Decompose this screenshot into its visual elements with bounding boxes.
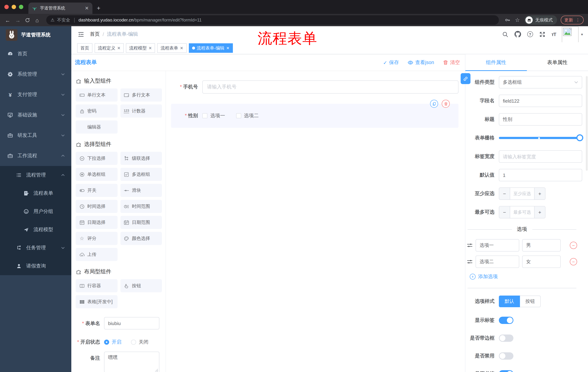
add-option-button[interactable]: + 添加选项 xyxy=(470,273,582,280)
canvas-field-gender-selected[interactable]: 性别 选项一 选项二 xyxy=(171,104,459,128)
gender-option-1[interactable]: 选项一 xyxy=(202,112,225,119)
back-icon[interactable]: ← xyxy=(4,17,11,23)
checkbox-unchecked-icon[interactable] xyxy=(202,113,207,118)
component-editor[interactable]: 编辑器 xyxy=(76,120,117,134)
style-button-button[interactable]: 按钮 xyxy=(520,296,541,307)
remove-option-button[interactable]: − xyxy=(570,242,577,249)
title-input[interactable] xyxy=(499,113,582,126)
min-select-input[interactable] xyxy=(510,188,534,200)
radio-closed[interactable]: 关闭 xyxy=(131,339,148,345)
stepper-increase-button[interactable]: + xyxy=(534,206,545,218)
browser-update-button[interactable]: 更新 ⋮ xyxy=(561,16,584,24)
tag-close-icon[interactable]: ✕ xyxy=(148,46,152,50)
component-button[interactable]: 按钮 xyxy=(120,279,162,292)
component-rate[interactable]: ☆评分 xyxy=(76,232,117,245)
gender-option-2[interactable]: 选项二 xyxy=(236,112,259,119)
sidebar-item-infra[interactable]: 基础设施 xyxy=(0,105,71,125)
component-upload[interactable]: 上传 xyxy=(76,248,117,261)
max-select-input[interactable] xyxy=(510,206,534,218)
component-radio-group[interactable]: 单选框组 xyxy=(76,168,117,181)
component-slider[interactable]: 滑块 xyxy=(120,184,162,197)
component-time-range[interactable]: 时间范围 xyxy=(120,200,162,213)
show-label-switch-on[interactable] xyxy=(499,317,514,324)
sidebar-item-task-mgmt[interactable]: 任务管理 xyxy=(0,239,71,257)
phone-input[interactable]: 请输入手机号 xyxy=(202,80,459,94)
stepper-increase-button[interactable]: + xyxy=(534,188,545,200)
search-icon[interactable] xyxy=(502,31,508,37)
breadcrumb-home[interactable]: 首页 xyxy=(90,31,100,37)
copy-field-button[interactable] xyxy=(430,100,438,108)
sidebar-item-workflow[interactable]: 工作流程 xyxy=(0,146,71,166)
delete-field-button[interactable] xyxy=(442,100,450,108)
save-button[interactable]: ✓ 保存 xyxy=(383,59,399,66)
panel-scrollbar[interactable] xyxy=(586,76,588,171)
component-time-picker[interactable]: 时间选择 xyxy=(76,200,117,213)
sidebar-item-home[interactable]: 首页 xyxy=(0,44,71,64)
option-value-input[interactable] xyxy=(522,239,561,252)
font-size-icon[interactable]: ᴛT xyxy=(551,32,556,37)
tab-component-props[interactable]: 组件属性 xyxy=(465,54,527,71)
sidebar-item-process-form[interactable]: 流程表单 xyxy=(0,184,71,202)
border-switch-off[interactable] xyxy=(499,335,514,342)
help-icon[interactable]: ? xyxy=(527,31,533,37)
stepper-decrease-button[interactable]: − xyxy=(499,206,510,218)
fullscreen-icon[interactable] xyxy=(539,31,545,37)
component-checkbox-group[interactable]: 多选框组 xyxy=(120,168,162,181)
radio-open[interactable]: 开启 xyxy=(104,339,122,345)
checkbox-unchecked-icon[interactable] xyxy=(236,113,241,118)
form-grid-slider[interactable] xyxy=(499,132,582,144)
option-label-input[interactable] xyxy=(476,255,519,268)
component-cascader[interactable]: 级联选择 xyxy=(120,152,162,165)
password-key-icon[interactable] xyxy=(505,17,511,23)
disabled-switch-off[interactable] xyxy=(499,352,514,360)
option-value-input[interactable] xyxy=(522,255,561,268)
tag-process-definition[interactable]: 流程定义✕ xyxy=(94,43,124,53)
tag-close-icon[interactable]: ✕ xyxy=(117,46,120,50)
component-switch[interactable]: 开关 xyxy=(76,184,117,197)
browser-menu-icon[interactable]: ⋮ xyxy=(576,18,580,22)
view-json-button[interactable]: 查看json xyxy=(408,59,434,66)
address-bar[interactable]: ⚠ 不安全 dashboard.yudao.iocoder.cn/bpm/man… xyxy=(46,15,499,25)
tab-form-props[interactable]: 表单属性 xyxy=(527,54,588,71)
canvas-field-phone[interactable]: 手机号 请输入手机号 xyxy=(171,80,459,94)
remove-option-button[interactable]: − xyxy=(570,258,577,265)
component-select[interactable]: 下拉选择 xyxy=(76,152,117,165)
sidebar-item-devtools[interactable]: 研发工具 xyxy=(0,125,71,146)
minimize-window-button[interactable] xyxy=(12,5,16,9)
reload-icon[interactable] xyxy=(25,17,30,23)
tag-home[interactable]: 首页 xyxy=(77,43,92,53)
component-date-range[interactable]: 日期范围 xyxy=(120,216,162,229)
option-label-input[interactable] xyxy=(476,239,519,252)
component-password[interactable]: 密码 xyxy=(76,105,117,117)
sidebar-item-process-model[interactable]: 流程模型 xyxy=(0,221,71,239)
forward-icon[interactable]: → xyxy=(15,17,21,23)
component-color-picker[interactable]: 颜色选择 xyxy=(120,232,162,245)
stepper-decrease-button[interactable]: − xyxy=(499,188,510,200)
style-default-button[interactable]: 默认 xyxy=(499,296,520,307)
close-window-button[interactable] xyxy=(4,5,9,9)
required-switch-on[interactable] xyxy=(499,370,514,372)
drag-handle-icon[interactable] xyxy=(467,259,473,265)
slider-handle[interactable] xyxy=(576,134,583,141)
avatar[interactable] xyxy=(562,27,578,43)
clear-button[interactable]: 清空 xyxy=(443,59,460,66)
maximize-window-button[interactable] xyxy=(19,5,23,9)
sidebar-item-leave-query[interactable]: 请假查询 xyxy=(0,257,71,275)
field-link-tab[interactable] xyxy=(461,73,471,84)
drag-handle-icon[interactable] xyxy=(467,242,473,248)
tab-close-icon[interactable]: ✕ xyxy=(85,5,89,11)
sidebar-fold-icon[interactable] xyxy=(78,31,84,37)
component-single-text[interactable]: 单行文本 xyxy=(76,88,117,102)
sidebar-item-user-groups[interactable]: 用户分组 xyxy=(0,202,71,221)
tag-process-form-edit[interactable]: 流程表单-编辑✕ xyxy=(189,43,233,53)
tag-process-form[interactable]: 流程表单✕ xyxy=(157,43,187,53)
component-type-select[interactable]: 多选框组 xyxy=(499,76,582,88)
component-multi-text[interactable]: 多行文本 xyxy=(120,88,162,102)
tag-close-icon[interactable]: ✕ xyxy=(180,46,183,50)
tag-close-icon[interactable]: ✕ xyxy=(226,46,230,50)
component-counter[interactable]: 123计数器 xyxy=(120,105,162,117)
form-remark-textarea[interactable]: 嘿嘿 xyxy=(104,352,159,372)
github-icon[interactable] xyxy=(514,31,521,37)
browser-tab[interactable]: 芋道管理系统 ✕ xyxy=(28,2,92,14)
default-value-input[interactable] xyxy=(499,169,582,181)
